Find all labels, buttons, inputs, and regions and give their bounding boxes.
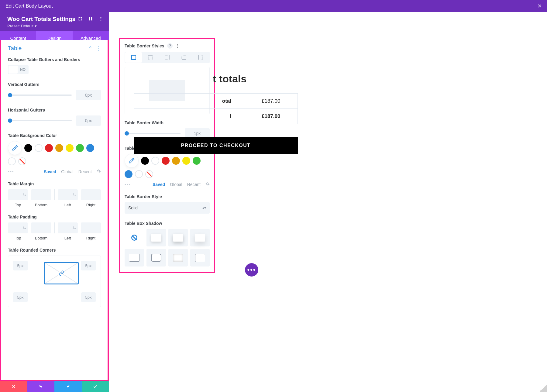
svg-rect-5 [132,55,136,60]
border-bottom-tab[interactable] [176,52,192,63]
border-styles-title: Table Border Styles [125,43,164,48]
swatch-orange[interactable] [172,157,180,165]
section-header[interactable]: Table ⌃ ⋮ [8,45,101,52]
eyedropper-icon[interactable] [8,141,22,155]
columns-icon[interactable] [88,16,93,22]
preset-label[interactable]: Preset: Default ▾ [7,24,101,28]
swatch-white[interactable] [35,144,43,152]
swatch-black[interactable] [141,157,149,165]
swatch-green[interactable] [193,157,201,165]
svg-rect-6 [148,55,153,60]
expand-icon[interactable] [78,16,83,22]
border-top-tab[interactable] [142,52,159,63]
margin-left-input[interactable]: ⇆ [58,189,78,200]
collapse-icon[interactable]: ⌃ [88,46,92,51]
swatch-none[interactable] [145,170,153,178]
color-tab-saved[interactable]: Saved [153,182,165,187]
shadow-opt-4[interactable] [125,249,144,266]
more-dots-icon[interactable]: ••• [8,169,14,174]
swatch-blue[interactable] [86,144,94,152]
border-right-tab[interactable] [159,52,175,63]
cart-total-label: l [140,113,231,119]
swatch-red[interactable] [162,157,170,165]
help-icon[interactable]: ? [167,43,173,49]
corner-tl-input[interactable]: 5px [13,261,28,270]
swatch-black[interactable] [24,144,32,152]
shadow-opt-7[interactable] [190,249,210,266]
shadow-opt-1[interactable] [146,229,166,246]
shadow-opt-6[interactable] [168,249,188,266]
swatch-empty[interactable] [8,157,16,165]
eyedropper-icon[interactable] [125,154,139,168]
margin-bottom-input[interactable] [31,189,51,200]
kebab-icon[interactable] [98,16,103,22]
svg-point-3 [101,19,101,19]
fab-more-icon[interactable]: ••• [245,263,258,277]
toggle-knob [9,66,18,74]
padding-left-input[interactable]: ⇆ [58,222,78,233]
vgutters-slider[interactable] [8,95,72,96]
swatch-none[interactable] [18,157,26,165]
corner-bl-input[interactable]: 5px [13,292,28,302]
action-bar [0,381,109,392]
swatch-yellow[interactable] [66,144,74,152]
padding-top-input[interactable]: ⇆ [8,222,28,233]
redo-button[interactable] [54,381,82,392]
close-icon[interactable]: × [538,2,542,10]
color-tab-saved[interactable]: Saved [44,169,56,174]
swatch-red[interactable] [45,144,53,152]
color-tab-global[interactable]: Global [61,169,73,174]
link-icon[interactable]: ⇆ [73,225,76,230]
undo-button[interactable] [27,381,55,392]
corner-tr-input[interactable]: 5px [81,261,96,270]
link-icon[interactable]: ⇆ [23,225,26,230]
save-button[interactable] [82,381,109,392]
border-left-tab[interactable] [192,52,209,63]
swatch-yellow[interactable] [182,157,190,165]
chevron-updown-icon: ▴▾ [202,206,206,210]
border-all-tab[interactable] [125,52,142,63]
corners-preview[interactable] [44,262,79,284]
margin-top-input[interactable]: ⇆ [8,189,28,200]
margin-right-input[interactable] [81,189,101,200]
color-tab-recent[interactable]: Recent [78,169,92,174]
padding-bottom-input[interactable] [31,222,51,233]
corner-br-input[interactable]: 5px [81,292,96,302]
cart-subtotal-value: £187.00 [231,98,291,104]
hgutters-slider[interactable] [8,120,72,121]
svg-point-4 [101,20,101,21]
shadow-opt-2[interactable] [168,229,188,246]
kebab-icon[interactable]: ⋮ [176,43,180,48]
shadow-opt-5[interactable] [146,249,166,266]
gear-icon[interactable] [97,169,101,174]
border-style-select[interactable]: Solid ▴▾ [125,202,210,214]
hgutters-value[interactable]: 0px [76,115,101,126]
collapse-toggle[interactable]: NO [8,65,29,74]
cart-subtotal-label: otal [140,98,231,104]
swatch-white[interactable] [151,157,159,165]
swatch-blue[interactable] [125,170,132,178]
link-icon[interactable]: ⇆ [73,192,76,197]
corners-label: Table Rounded Corners [8,248,101,253]
shadow-none[interactable] [125,229,144,246]
svg-rect-10 [182,55,186,60]
padding-right-input[interactable] [81,222,101,233]
swatch-empty[interactable] [135,170,143,178]
link-icon[interactable]: ⇆ [23,192,26,197]
padding-label: Table Padding [8,215,101,219]
svg-rect-1 [91,17,92,21]
section-kebab-icon[interactable]: ⋮ [95,46,101,51]
color-tab-global[interactable]: Global [170,182,182,187]
vgutters-value[interactable]: 0px [76,90,101,100]
border-style-value: Solid [128,205,138,210]
shadow-opt-3[interactable] [190,229,210,246]
cancel-button[interactable] [0,381,27,392]
checkout-button[interactable]: PROCEED TO CHECKOUT [134,137,298,154]
gear-icon[interactable] [205,182,210,187]
resize-handle-icon[interactable] [539,384,547,392]
more-dots-icon[interactable]: ••• [125,182,131,187]
swatch-green[interactable] [76,144,84,152]
swatch-orange[interactable] [55,144,63,152]
color-tab-recent[interactable]: Recent [187,182,201,187]
box-shadow-label: Table Box Shadow [125,221,210,226]
